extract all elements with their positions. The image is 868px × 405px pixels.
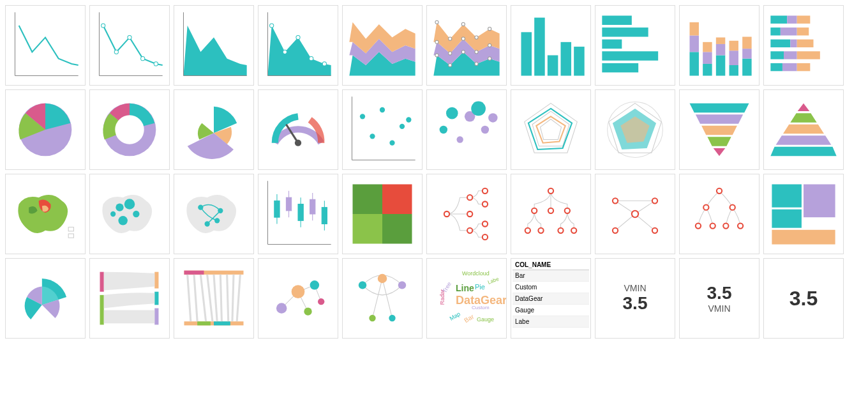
chart-force-graph[interactable] bbox=[258, 258, 338, 339]
svg-rect-56 bbox=[703, 42, 712, 52]
svg-rect-41 bbox=[521, 32, 532, 75]
svg-rect-185 bbox=[100, 295, 104, 325]
chart-pyramid[interactable] bbox=[763, 89, 844, 170]
svg-point-154 bbox=[483, 234, 488, 240]
chart-heatmap[interactable] bbox=[342, 174, 423, 254]
chart-metric-2[interactable]: 3.5 VMIN bbox=[679, 258, 760, 339]
svg-point-156 bbox=[532, 208, 537, 213]
svg-rect-80 bbox=[797, 63, 811, 71]
svg-rect-138 bbox=[298, 204, 303, 221]
chart-area-stacked[interactable] bbox=[342, 5, 423, 86]
table-header: COL_NAME bbox=[513, 260, 589, 270]
chart-pie[interactable] bbox=[5, 89, 86, 170]
chart-parallel[interactable] bbox=[174, 258, 254, 339]
chart-tree-binary[interactable] bbox=[679, 174, 760, 254]
svg-point-208 bbox=[369, 315, 375, 321]
svg-rect-64 bbox=[742, 49, 751, 59]
chart-sunburst[interactable] bbox=[5, 258, 86, 339]
chart-line-basic[interactable] bbox=[5, 5, 86, 86]
svg-point-199 bbox=[292, 285, 305, 298]
chart-relation[interactable] bbox=[342, 258, 423, 339]
svg-rect-142 bbox=[322, 208, 327, 224]
chart-tree-vertical[interactable] bbox=[511, 174, 591, 254]
svg-point-35 bbox=[488, 43, 491, 47]
svg-point-172 bbox=[652, 228, 657, 233]
chart-scatter[interactable] bbox=[342, 89, 423, 170]
svg-point-151 bbox=[483, 188, 488, 194]
table-row[interactable]: DataGear bbox=[513, 293, 589, 305]
chart-donut[interactable] bbox=[89, 89, 170, 170]
chart-graph[interactable] bbox=[595, 174, 675, 254]
chart-area-marker[interactable] bbox=[258, 5, 338, 86]
svg-point-6 bbox=[128, 36, 131, 40]
svg-point-179 bbox=[738, 223, 743, 228]
svg-point-90 bbox=[380, 107, 385, 112]
metric-value: 3.5 bbox=[623, 293, 648, 314]
chart-line-marker[interactable] bbox=[89, 5, 170, 86]
chart-table[interactable]: COL_NAME Bar Custom DataGear Gauge Labe bbox=[511, 258, 591, 339]
svg-point-13 bbox=[270, 24, 274, 27]
svg-point-128 bbox=[218, 208, 223, 213]
svg-point-205 bbox=[359, 281, 366, 289]
chart-sankey[interactable] bbox=[89, 258, 170, 339]
chart-rose[interactable] bbox=[174, 89, 254, 170]
svg-point-198 bbox=[276, 303, 287, 314]
chart-tree-horizontal[interactable] bbox=[426, 174, 507, 254]
svg-rect-136 bbox=[286, 197, 291, 211]
svg-point-14 bbox=[283, 50, 287, 54]
svg-rect-47 bbox=[602, 27, 648, 36]
chart-metric-3[interactable]: 3.5 bbox=[763, 258, 844, 339]
svg-rect-182 bbox=[772, 210, 802, 228]
svg-rect-45 bbox=[574, 47, 585, 75]
table-row[interactable]: Bar bbox=[513, 270, 589, 282]
chart-map-lines[interactable] bbox=[174, 174, 254, 254]
chart-map-choropleth[interactable] bbox=[5, 174, 86, 254]
chart-bubble[interactable] bbox=[426, 89, 507, 170]
chart-wordcloud[interactable]: DataGear Wordcloud Labe Pie Line Custom … bbox=[426, 258, 507, 339]
svg-point-98 bbox=[471, 102, 486, 116]
svg-rect-63 bbox=[742, 59, 751, 76]
chart-funnel[interactable] bbox=[679, 89, 760, 170]
svg-rect-42 bbox=[534, 18, 545, 76]
svg-point-39 bbox=[475, 62, 478, 65]
svg-point-124 bbox=[133, 211, 139, 217]
svg-point-99 bbox=[481, 126, 489, 134]
chart-bar-stacked-v[interactable] bbox=[679, 5, 760, 86]
svg-marker-103 bbox=[540, 119, 561, 139]
svg-point-95 bbox=[446, 107, 458, 119]
chart-bar-horizontal[interactable] bbox=[595, 5, 675, 86]
chart-area-stacked-marker[interactable] bbox=[426, 5, 507, 86]
svg-rect-55 bbox=[703, 52, 712, 64]
svg-point-89 bbox=[370, 134, 375, 139]
svg-marker-9 bbox=[183, 26, 246, 76]
svg-rect-120 bbox=[68, 227, 73, 231]
chart-map-scatter[interactable] bbox=[89, 174, 170, 254]
table-row[interactable]: Gauge bbox=[513, 305, 589, 316]
chart-candlestick[interactable] bbox=[258, 174, 338, 254]
svg-point-200 bbox=[310, 280, 319, 289]
svg-point-160 bbox=[538, 228, 543, 233]
chart-gauge[interactable] bbox=[258, 89, 338, 170]
svg-point-16 bbox=[310, 57, 313, 61]
table-row[interactable]: Custom bbox=[513, 282, 589, 293]
svg-point-94 bbox=[440, 126, 447, 134]
svg-point-152 bbox=[483, 201, 488, 206]
svg-rect-75 bbox=[770, 51, 784, 59]
chart-radar-filled[interactable] bbox=[595, 89, 675, 170]
svg-point-178 bbox=[723, 223, 728, 228]
svg-rect-140 bbox=[310, 199, 315, 214]
svg-point-37 bbox=[449, 63, 452, 66]
chart-bar-stacked-h[interactable] bbox=[763, 5, 844, 86]
chart-radar[interactable] bbox=[511, 89, 591, 170]
svg-point-170 bbox=[652, 198, 657, 203]
svg-point-148 bbox=[467, 195, 472, 200]
chart-bar-vertical[interactable] bbox=[511, 5, 591, 86]
chart-treemap[interactable] bbox=[763, 174, 844, 254]
svg-point-209 bbox=[389, 315, 395, 321]
svg-point-17 bbox=[322, 62, 326, 66]
chart-metric-1[interactable]: VMIN 3.5 bbox=[595, 258, 675, 339]
chart-area-basic[interactable] bbox=[174, 5, 254, 86]
table-body[interactable]: Bar Custom DataGear Gauge Labe bbox=[513, 270, 589, 333]
svg-rect-44 bbox=[561, 42, 572, 76]
table-row[interactable]: Labe bbox=[513, 316, 589, 328]
